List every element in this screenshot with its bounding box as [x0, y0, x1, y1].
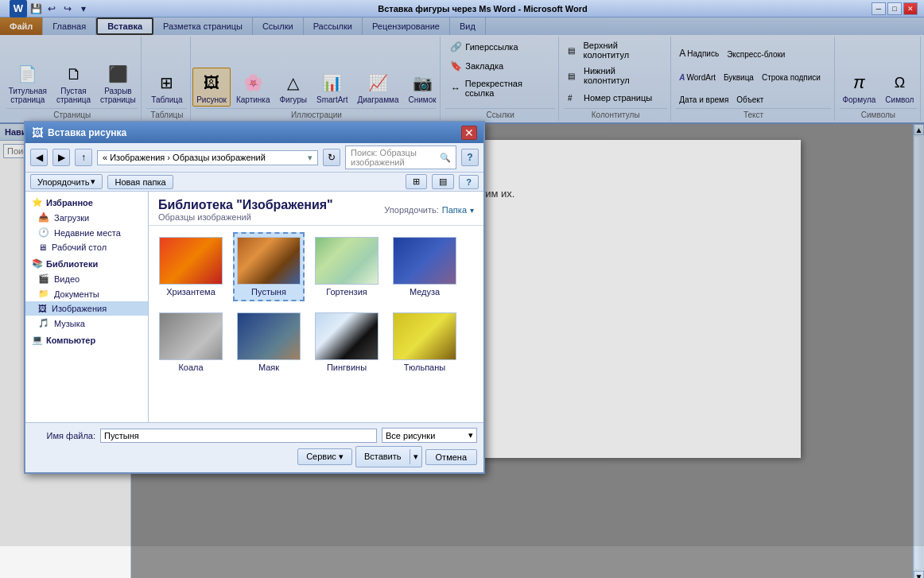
downloads-icon: 📥 [38, 212, 49, 223]
tulips-label: Тюльпаны [404, 363, 445, 372]
sidebar-item-recent[interactable]: 🕐 Недавние места [25, 225, 148, 240]
dialog-sidebar: ⭐ Избранное 📥 Загрузки 🕐 Недавние места … [25, 192, 149, 422]
quick-access-toolbar: W 💾 ↩ ↪ ▾ [6, 0, 94, 19]
dialog-up-btn[interactable]: ↑ [75, 149, 92, 166]
sidebar-item-images[interactable]: 🖼 Изображения [25, 301, 148, 316]
insert-btn[interactable]: Вставить ▾ [355, 446, 422, 467]
recent-label: Недавние места [54, 228, 121, 238]
new-folder-btn[interactable]: Новая папка [107, 175, 173, 189]
computer-header[interactable]: 💻 Компьютер [25, 332, 148, 347]
insert-picture-dialog: 🖼 Вставка рисунка ✕ ◀ ▶ ↑ « Изображения … [24, 121, 485, 474]
sidebar-item-desktop[interactable]: 🖥 Рабочий стол [25, 240, 148, 254]
file-item-koala[interactable]: Коала [155, 308, 227, 377]
word-logo-icon: W [10, 0, 27, 17]
service-btn[interactable]: Сервис ▾ [297, 448, 352, 465]
koala-label: Коала [178, 363, 203, 372]
filename-input[interactable] [100, 429, 377, 443]
insert-main[interactable]: Вставить [356, 449, 410, 464]
search-icon[interactable]: 🔍 [440, 153, 451, 163]
libraries-section: 📚 Библиотеки 🎬 Видео 📁 Документы 🖼 Изобр… [25, 256, 148, 331]
title-text: Вставка фигуры через Ms Word - Microsoft… [378, 4, 587, 14]
more-quick-btn[interactable]: ▾ [76, 2, 91, 16]
favorites-header[interactable]: ⭐ Избранное [25, 195, 148, 210]
file-item-lighthouse[interactable]: Маяк [233, 308, 305, 377]
images-label: Изображения [52, 304, 107, 313]
libraries-header[interactable]: 📚 Библиотеки [25, 256, 148, 271]
jellyfish-label: Медуза [410, 287, 440, 297]
desktop-icon: 🖥 [38, 242, 47, 252]
favorites-section: ⭐ Избранное 📥 Загрузки 🕐 Недавние места … [25, 195, 148, 254]
docs-icon: 📁 [38, 289, 49, 299]
downloads-label: Загрузки [54, 213, 89, 223]
insert-arrow-btn[interactable]: ▾ [410, 449, 421, 464]
libraries-label: Библиотеки [46, 259, 98, 269]
video-icon: 🎬 [38, 273, 49, 284]
preview-btn[interactable]: ▤ [432, 174, 454, 189]
dialog-bottom: Имя файла: Все рисунки ▾ Сервис ▾ Встави… [25, 422, 483, 472]
title-controls: ─ □ ✕ [872, 2, 918, 15]
undo-quick-btn[interactable]: ↩ [45, 2, 59, 16]
video-label: Видео [54, 274, 80, 284]
sidebar-item-docs[interactable]: 📁 Документы [25, 286, 148, 301]
dialog-path-toolbar: ◀ ▶ ↑ « Изображения › Образцы изображени… [25, 143, 483, 173]
library-subtitle: Образцы изображений [158, 212, 333, 222]
help-btn2[interactable]: ? [459, 175, 479, 189]
jellyfish-thumb [393, 237, 456, 285]
sidebar-item-music[interactable]: 🎵 Музыка [25, 316, 148, 331]
sidebar-item-downloads[interactable]: 📥 Загрузки [25, 210, 148, 225]
dialog-content: ⭐ Избранное 📥 Загрузки 🕐 Недавние места … [25, 192, 483, 422]
filetype-select[interactable]: Все рисунки ▾ [382, 428, 477, 443]
dialog-overlay: 🖼 Вставка рисунка ✕ ◀ ▶ ↑ « Изображения … [0, 17, 924, 546]
maximize-btn[interactable]: □ [887, 2, 902, 15]
tulips-thumb [393, 312, 456, 360]
file-item-jellyfish[interactable]: Медуза [389, 232, 460, 301]
organize-btn[interactable]: Упорядочить ▾ [30, 174, 103, 189]
libraries-icon: 📚 [32, 258, 43, 269]
music-label: Музыка [54, 319, 85, 328]
dialog-files-grid: Хризантема Пустыня Гортензия Медуза [149, 226, 483, 422]
docs-label: Документы [54, 289, 99, 299]
close-btn[interactable]: ✕ [903, 2, 918, 15]
dialog-refresh-btn[interactable]: ↻ [323, 149, 340, 166]
sidebar-item-video[interactable]: 🎬 Видео [25, 271, 148, 286]
path-dropdown-icon[interactable]: ▾ [308, 153, 313, 163]
library-header: Библиотека "Изображения" Образцы изображ… [149, 192, 483, 226]
computer-label: Компьютер [46, 336, 95, 345]
dialog-close-btn[interactable]: ✕ [461, 126, 477, 140]
organize-label: Упорядочить [37, 177, 89, 187]
chrysanthemum-label: Хризантема [166, 287, 215, 297]
file-item-desert[interactable]: Пустыня [233, 232, 305, 301]
file-item-chrysanthemum[interactable]: Хризантема [155, 232, 227, 301]
save-quick-btn[interactable]: 💾 [29, 2, 43, 16]
dialog-second-toolbar: Упорядочить ▾ Новая папка ⊞ ▤ ? [25, 173, 483, 192]
organize-arrow-icon: ▾ [91, 177, 95, 187]
file-item-hydrangea[interactable]: Гортензия [311, 232, 382, 301]
favorites-icon: ⭐ [32, 197, 43, 208]
file-item-tulips[interactable]: Тюльпаны [389, 308, 460, 377]
title-bar: W 💾 ↩ ↪ ▾ Вставка фигуры через Ms Word -… [0, 0, 924, 17]
sort-arrow-icon[interactable]: ▾ [470, 206, 474, 215]
service-arrow-icon: ▾ [339, 452, 344, 461]
desert-label: Пустыня [251, 287, 286, 297]
hydrangea-label: Гортензия [326, 287, 367, 297]
file-item-penguins[interactable]: Пингвины [311, 308, 382, 377]
dialog-title-bar: 🖼 Вставка рисунка ✕ [25, 122, 483, 143]
scroll-down-btn[interactable]: ▼ [914, 571, 924, 578]
cancel-btn[interactable]: Отмена [425, 449, 477, 465]
dialog-files-area: Библиотека "Изображения" Образцы изображ… [149, 192, 483, 422]
penguins-label: Пингвины [327, 363, 367, 372]
dialog-path-bar[interactable]: « Изображения › Образцы изображений ▾ [97, 150, 318, 165]
hydrangea-thumb [315, 237, 379, 285]
images-icon: 🖼 [38, 304, 47, 313]
dialog-search-area[interactable]: Поиск: Образцы изображений 🔍 [345, 145, 456, 169]
view-mode-btn[interactable]: ⊞ [406, 174, 427, 189]
cancel-label: Отмена [436, 452, 467, 462]
redo-quick-btn[interactable]: ↪ [60, 2, 75, 16]
sort-value[interactable]: Папка [442, 205, 467, 215]
dialog-help-btn[interactable]: ? [461, 149, 479, 166]
dialog-back-btn[interactable]: ◀ [30, 149, 48, 166]
dialog-forward-btn[interactable]: ▶ [52, 149, 70, 166]
music-icon: 🎵 [38, 318, 49, 328]
minimize-btn[interactable]: ─ [872, 2, 886, 15]
dialog-search-text: Поиск: Образцы изображений [351, 148, 437, 167]
